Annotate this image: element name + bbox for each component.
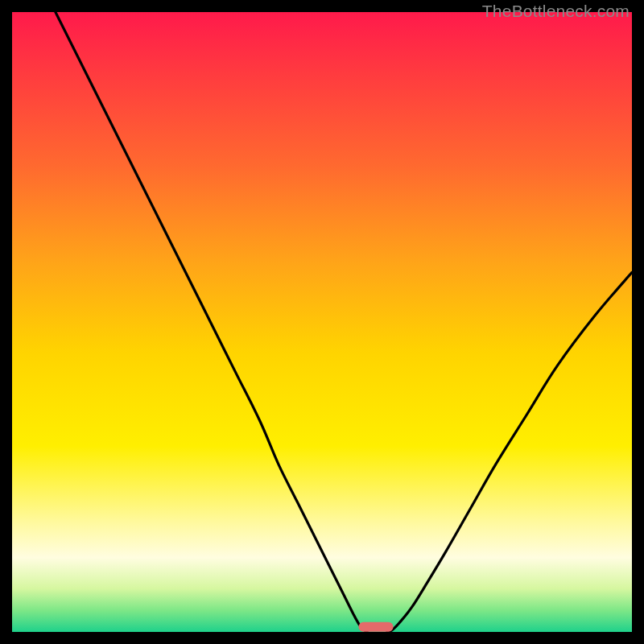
gradient-background xyxy=(12,12,632,632)
watermark-text: TheBottleneck.com xyxy=(482,2,630,21)
bottleneck-chart xyxy=(12,12,632,632)
chart-frame xyxy=(12,12,632,632)
bottleneck-marker xyxy=(358,622,393,632)
